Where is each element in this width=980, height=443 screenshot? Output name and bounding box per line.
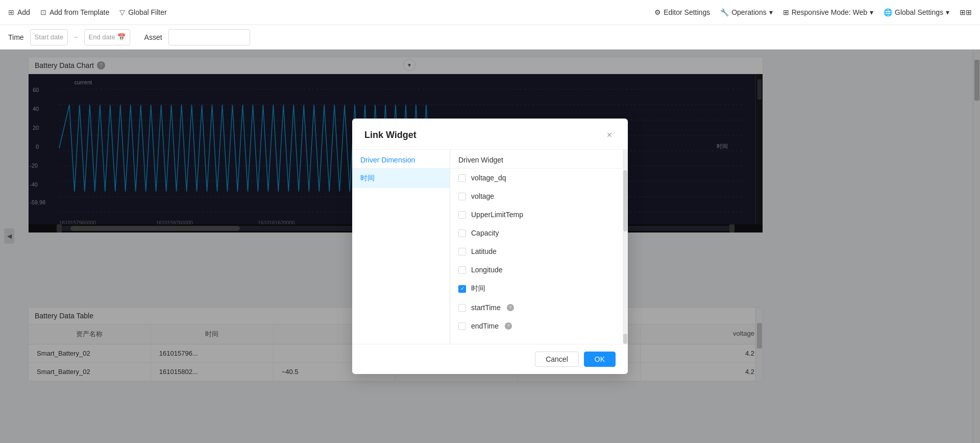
- add-from-template-button[interactable]: ⊡ Add from Template: [40, 8, 109, 16]
- layout-button[interactable]: ⊞⊞: [960, 8, 972, 16]
- add-button[interactable]: ⊞ Add: [8, 8, 30, 16]
- global-settings-button[interactable]: 🌐 Global Settings ▾: [884, 8, 949, 16]
- operations-chevron-icon: ▾: [769, 8, 773, 16]
- driver-item-time[interactable]: 时间: [352, 169, 450, 188]
- driven-label-time: 时间: [471, 284, 485, 293]
- filter-bar: Time Start date ~ End date 📅 Asset: [0, 25, 980, 50]
- driven-item-voltage-dq[interactable]: voltage_dq: [450, 169, 628, 187]
- driven-item-capacity[interactable]: Capacity: [450, 224, 628, 242]
- responsive-mode-button[interactable]: ⊞ Responsive Mode: Web ▾: [783, 8, 873, 16]
- template-icon: ⊡: [40, 8, 46, 16]
- driven-label-voltage-dq: voltage_dq: [471, 174, 506, 182]
- operations-label: Operations: [731, 8, 766, 16]
- editor-settings-button[interactable]: ⚙ Editor Settings: [654, 8, 710, 16]
- date-separator: ~: [74, 33, 78, 41]
- calendar-icon: 📅: [117, 33, 126, 41]
- checkbox-upper-limit-temp[interactable]: [458, 211, 466, 219]
- editor-settings-icon: ⚙: [654, 8, 661, 16]
- asset-input[interactable]: [168, 29, 250, 45]
- checkbox-time[interactable]: [458, 285, 466, 293]
- driven-item-voltage[interactable]: voltage: [450, 187, 628, 205]
- cancel-button[interactable]: Cancel: [535, 352, 579, 367]
- checkbox-voltage[interactable]: [458, 193, 466, 200]
- add-icon: ⊞: [8, 8, 14, 16]
- driven-item-start-time[interactable]: startTime ?: [450, 298, 628, 317]
- checkbox-latitude[interactable]: [458, 248, 466, 255]
- driven-widget-header: Driven Widget: [450, 150, 628, 169]
- driven-scrollbar-bottom[interactable]: [623, 334, 627, 344]
- driven-item-end-time[interactable]: endTime ?: [450, 317, 628, 335]
- driver-dimension-header: Driver Dimension: [352, 150, 450, 169]
- layout-icon: ⊞⊞: [960, 8, 972, 16]
- driven-widget-panel: Driven Widget voltage_dq voltage UpperLi…: [450, 150, 628, 344]
- driven-item-time[interactable]: 时间: [450, 279, 628, 298]
- editor-settings-label: Editor Settings: [664, 8, 710, 16]
- filter-icon: ▽: [119, 8, 125, 16]
- checkbox-end-time[interactable]: [458, 322, 466, 330]
- checkbox-start-time[interactable]: [458, 304, 466, 312]
- operations-button[interactable]: 🔧 Operations ▾: [720, 8, 772, 16]
- end-date-placeholder: End date: [89, 33, 115, 41]
- driven-label-voltage: voltage: [471, 192, 494, 200]
- checkbox-capacity[interactable]: [458, 229, 466, 237]
- driven-label-latitude: Latitude: [471, 247, 497, 255]
- modal-body: Driver Dimension 时间 Driven Widget voltag…: [352, 150, 628, 344]
- add-label: Add: [17, 8, 30, 16]
- checkbox-longitude[interactable]: [458, 266, 466, 274]
- driven-item-longitude[interactable]: Longitude: [450, 261, 628, 279]
- toolbar: ⊞ Add ⊡ Add from Template ▽ Global Filte…: [0, 0, 980, 25]
- main-content: ▼ ◀ Battery Data Chart ? 60 40: [0, 50, 980, 443]
- driven-label-upper-limit-temp: UpperLimitTemp: [471, 211, 523, 219]
- modal-close-button[interactable]: ×: [603, 129, 616, 141]
- end-time-help-icon[interactable]: ?: [505, 322, 512, 330]
- global-settings-chevron-icon: ▾: [946, 8, 949, 16]
- start-date-input[interactable]: Start date: [30, 29, 68, 45]
- checkbox-voltage-dq[interactable]: [458, 174, 466, 182]
- modal-title: Link Widget: [364, 130, 416, 141]
- responsive-mode-label: Responsive Mode: Web: [792, 8, 867, 16]
- driven-item-latitude[interactable]: Latitude: [450, 242, 628, 261]
- toolbar-left: ⊞ Add ⊡ Add from Template ▽ Global Filte…: [8, 8, 642, 16]
- driven-scrollbar-thumb[interactable]: [623, 170, 627, 231]
- add-from-template-label: Add from Template: [50, 8, 109, 16]
- start-date-placeholder: Start date: [35, 33, 63, 41]
- global-filter-button[interactable]: ▽ Global Filter: [119, 8, 166, 16]
- link-widget-modal: Link Widget × Driver Dimension 时间 Driven…: [352, 119, 628, 374]
- responsive-chevron-icon: ▾: [870, 8, 873, 16]
- driven-label-end-time: endTime: [471, 322, 499, 330]
- driven-panel-scrollbar: [623, 150, 628, 344]
- responsive-icon: ⊞: [783, 8, 789, 16]
- driver-dimension-panel: Driver Dimension 时间: [352, 150, 450, 344]
- ok-button[interactable]: OK: [584, 352, 616, 367]
- operations-icon: 🔧: [720, 8, 729, 16]
- asset-filter-label: Asset: [144, 33, 162, 41]
- time-filter-label: Time: [8, 33, 24, 41]
- modal-footer: Cancel OK: [352, 344, 628, 374]
- global-settings-label: Global Settings: [895, 8, 943, 16]
- driven-item-upper-limit-temp[interactable]: UpperLimitTemp: [450, 205, 628, 224]
- global-settings-icon: 🌐: [884, 8, 892, 16]
- modal-header: Link Widget ×: [352, 119, 628, 150]
- driven-label-start-time: startTime: [471, 304, 501, 312]
- global-filter-label: Global Filter: [128, 8, 166, 16]
- start-time-help-icon[interactable]: ?: [507, 304, 514, 311]
- driven-label-capacity: Capacity: [471, 229, 499, 237]
- toolbar-right: ⚙ Editor Settings 🔧 Operations ▾ ⊞ Respo…: [654, 8, 972, 16]
- end-date-input[interactable]: End date 📅: [84, 29, 130, 45]
- driven-label-longitude: Longitude: [471, 266, 503, 274]
